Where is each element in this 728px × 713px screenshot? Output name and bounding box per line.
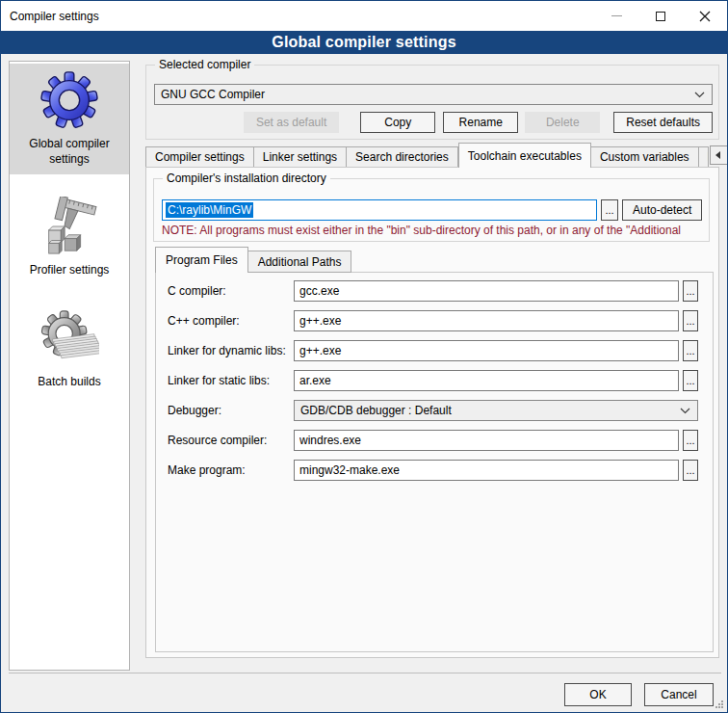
c-compiler-browse-button[interactable]: ... bbox=[683, 280, 698, 302]
dialog-header: Global compiler settings bbox=[1, 31, 727, 54]
dynamic-linker-input[interactable] bbox=[294, 340, 679, 361]
cpp-compiler-row: C++ compiler: ... bbox=[168, 310, 713, 331]
program-files-page: C compiler: ... C++ compiler: ... Linker… bbox=[155, 272, 714, 652]
auto-detect-button[interactable]: Auto-detect bbox=[622, 199, 702, 221]
tab-custom-variables[interactable]: Custom variables bbox=[591, 146, 699, 168]
arrow-left-icon bbox=[715, 151, 721, 159]
sidebar-item-batch-builds[interactable]: Batch builds bbox=[10, 302, 129, 398]
cpp-compiler-browse-button[interactable]: ... bbox=[683, 310, 698, 331]
installation-directory-browse-button[interactable]: ... bbox=[601, 199, 618, 221]
make-program-row: Make program: ... bbox=[168, 460, 713, 481]
subtab-additional-paths[interactable]: Additional Paths bbox=[248, 251, 352, 273]
minimize-icon bbox=[611, 15, 622, 16]
compiler-select-value: GNU GCC Compiler bbox=[155, 88, 694, 101]
debugger-label: Debugger: bbox=[168, 404, 294, 417]
c-compiler-row: C compiler: ... bbox=[168, 280, 713, 302]
compiler-select[interactable]: GNU GCC Compiler bbox=[154, 84, 713, 105]
maximize-button[interactable] bbox=[638, 1, 683, 31]
tab-scroll-arrows bbox=[709, 145, 728, 165]
resource-compiler-input[interactable] bbox=[294, 430, 679, 451]
tab-build-options[interactable]: Build bbox=[699, 146, 709, 168]
installation-directory-group-label: Compiler's installation directory bbox=[163, 172, 330, 185]
bin-subdirectory-note: NOTE: All programs must exist either in … bbox=[162, 224, 703, 237]
title-bar: Compiler settings bbox=[1, 1, 727, 31]
maximize-icon bbox=[656, 12, 665, 21]
compiler-settings-dialog: Compiler settings Global compiler settin… bbox=[0, 0, 728, 713]
set-as-default-button[interactable]: Set as default bbox=[244, 112, 339, 133]
static-linker-browse-button[interactable]: ... bbox=[683, 370, 698, 391]
sidebar-item-profiler-settings[interactable]: Profiler settings bbox=[10, 190, 129, 286]
tab-compiler-settings[interactable]: Compiler settings bbox=[145, 146, 254, 168]
tab-toolchain-executables[interactable]: Toolchain executables bbox=[458, 143, 591, 168]
installation-directory-row: C:\raylib\MinGW ... Auto-detect bbox=[162, 199, 702, 221]
static-linker-row: Linker for static libs: ... bbox=[168, 370, 713, 391]
debugger-select-value: GDB/CDB debugger : Default bbox=[295, 404, 680, 417]
dynamic-linker-label: Linker for dynamic libs: bbox=[168, 344, 294, 357]
dynamic-linker-row: Linker for dynamic libs: ... bbox=[168, 340, 713, 361]
close-icon bbox=[699, 11, 711, 22]
close-button[interactable] bbox=[683, 1, 727, 31]
cpp-compiler-input[interactable] bbox=[294, 310, 679, 331]
static-linker-input[interactable] bbox=[294, 370, 679, 391]
resize-grip[interactable] bbox=[715, 700, 724, 709]
cpp-compiler-label: C++ compiler: bbox=[168, 314, 294, 328]
tab-linker-settings[interactable]: Linker settings bbox=[254, 146, 347, 168]
dynamic-linker-browse-button[interactable]: ... bbox=[683, 340, 698, 361]
chevron-down-icon bbox=[694, 92, 705, 98]
rename-button[interactable]: Rename bbox=[443, 112, 518, 133]
gear-stack-icon bbox=[39, 308, 99, 368]
delete-button[interactable]: Delete bbox=[525, 112, 600, 133]
reset-defaults-button[interactable]: Reset defaults bbox=[613, 112, 713, 133]
window-title: Compiler settings bbox=[10, 10, 99, 23]
c-compiler-input[interactable] bbox=[294, 280, 679, 302]
make-program-browse-button[interactable]: ... bbox=[683, 460, 698, 481]
static-linker-label: Linker for static libs: bbox=[168, 374, 294, 387]
resource-compiler-label: Resource compiler: bbox=[168, 434, 294, 447]
compiler-buttons-row: Set as default Copy Rename Delete Reset … bbox=[146, 112, 713, 133]
selected-compiler-group: Selected compiler GNU GCC Compiler Set a… bbox=[145, 65, 719, 140]
subtab-program-files[interactable]: Program Files bbox=[155, 247, 248, 273]
resource-compiler-browse-button[interactable]: ... bbox=[683, 430, 698, 451]
caliper-icon bbox=[39, 197, 99, 256]
sidebar-item-label: Batch builds bbox=[38, 375, 100, 390]
selected-compiler-group-label: Selected compiler bbox=[155, 58, 254, 71]
ok-button[interactable]: OK bbox=[564, 683, 632, 706]
tab-scroll-left-button[interactable] bbox=[710, 145, 728, 165]
installation-directory-value: C:\raylib\MinGW bbox=[166, 202, 253, 218]
settings-category-list: Global compiler settings bbox=[9, 61, 130, 671]
minimize-button[interactable] bbox=[594, 1, 638, 31]
c-compiler-label: C compiler: bbox=[168, 284, 294, 298]
make-program-input[interactable] bbox=[294, 460, 679, 481]
cancel-button[interactable]: Cancel bbox=[644, 683, 714, 706]
sidebar-item-label: Global compiler settings bbox=[13, 137, 125, 167]
copy-button[interactable]: Copy bbox=[360, 112, 435, 133]
sidebar-item-global-compiler-settings[interactable]: Global compiler settings bbox=[10, 64, 129, 174]
debugger-select[interactable]: GDB/CDB debugger : Default bbox=[294, 400, 698, 421]
settings-tab-strip: Compiler settings Linker settings Search… bbox=[145, 143, 719, 168]
caption-buttons bbox=[594, 1, 727, 31]
chevron-down-icon bbox=[680, 408, 690, 414]
installation-directory-input[interactable]: C:\raylib\MinGW bbox=[162, 199, 597, 221]
program-files-tab-strip: Program Files Additional Paths bbox=[155, 247, 351, 273]
footer-divider bbox=[9, 673, 721, 673]
debugger-row: Debugger: GDB/CDB debugger : Default bbox=[168, 400, 713, 421]
tab-search-directories[interactable]: Search directories bbox=[347, 146, 458, 168]
resource-compiler-row: Resource compiler: ... bbox=[168, 430, 713, 451]
installation-directory-group: Compiler's installation directory C:\ray… bbox=[153, 178, 710, 242]
sidebar-item-label: Profiler settings bbox=[30, 263, 110, 278]
blue-gear-icon bbox=[39, 70, 99, 130]
make-program-label: Make program: bbox=[168, 463, 294, 477]
